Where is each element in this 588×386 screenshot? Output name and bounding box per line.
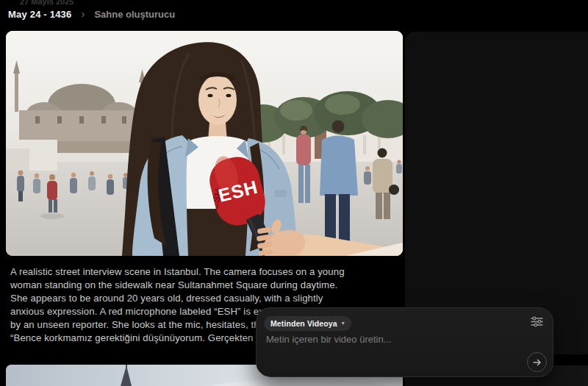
prompt-text-line: woman standing on the sidewalk near Sult… bbox=[10, 279, 525, 292]
mode-selector-label: Metinden Videoya bbox=[270, 319, 337, 328]
prompt-text-line: A realistic street interview scene in Is… bbox=[10, 265, 525, 279]
prompt-composer: Metinden Videoya ▾ bbox=[256, 307, 553, 377]
street-interview-illustration: ESH ESH bbox=[6, 31, 403, 256]
arrow-right-icon bbox=[533, 358, 542, 367]
scene-image-street-interview[interactable]: ESH ESH bbox=[6, 31, 403, 256]
breadcrumb-project[interactable]: May 24 - 1436 bbox=[8, 9, 71, 20]
chevron-down-icon: ▾ bbox=[342, 321, 345, 326]
previous-date-label: 27 Mayıs 2025 bbox=[20, 0, 74, 6]
breadcrumb: › May 24 - 1436 › Sahne oluşturucu bbox=[0, 7, 175, 21]
prompt-text-line: She appears to be around 20 years old, d… bbox=[10, 292, 525, 305]
settings-sliders-icon[interactable] bbox=[531, 316, 543, 327]
breadcrumb-scene-builder[interactable]: Sahne oluşturucu bbox=[94, 9, 175, 20]
prompt-input[interactable] bbox=[266, 334, 516, 366]
chevron-right-icon: › bbox=[81, 7, 85, 21]
send-button[interactable] bbox=[527, 352, 547, 372]
mode-selector-dropdown[interactable]: Metinden Videoya ▾ bbox=[264, 316, 351, 331]
